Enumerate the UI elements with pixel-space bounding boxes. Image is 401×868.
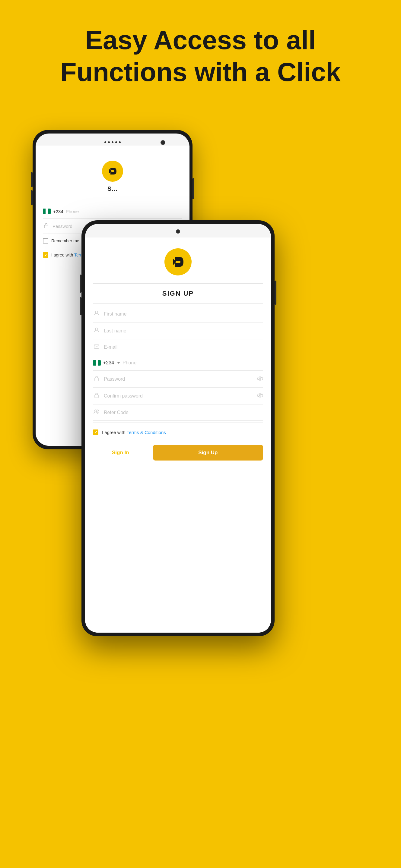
person-icon-firstname xyxy=(93,310,100,317)
agree-checkbox-front[interactable] xyxy=(93,430,98,435)
camera-front xyxy=(176,229,180,234)
people-icon-refer xyxy=(93,409,100,415)
front-screen: SIGN UP First name xyxy=(85,238,271,632)
power-button xyxy=(193,178,194,199)
email-field[interactable]: E-mail xyxy=(93,339,263,355)
svg-rect-2 xyxy=(45,225,48,228)
front-volume-down xyxy=(80,297,82,315)
back-phone-placeholder: Phone xyxy=(66,209,182,214)
phone-field-front[interactable]: +234 Phone xyxy=(93,355,263,371)
header-line1: Easy Access to all xyxy=(85,25,316,55)
back-phone-field[interactable]: +234 Phone xyxy=(43,204,182,218)
header-section: Easy Access to all Functions with a Clic… xyxy=(0,0,401,106)
remember-label: Remember me xyxy=(51,239,79,243)
password-field-front[interactable]: Password xyxy=(93,371,263,388)
confirm-password-field[interactable]: Confirm password xyxy=(93,388,263,404)
first-name-placeholder: First name xyxy=(104,311,263,317)
svg-point-17 xyxy=(97,410,99,411)
speaker-area xyxy=(105,141,121,143)
nigeria-flag-front xyxy=(93,360,101,366)
last-name-field[interactable]: Last name xyxy=(93,322,263,339)
svg-rect-8 xyxy=(95,378,98,381)
person-icon-lastname xyxy=(93,327,100,334)
front-volume-up xyxy=(80,275,82,293)
agree-checkbox-back[interactable] xyxy=(43,252,48,258)
back-agree-prefix: I agree with Terms xyxy=(51,253,86,257)
mail-icon-front xyxy=(93,344,100,350)
refer-code-field[interactable]: Refer Code xyxy=(93,404,263,421)
svg-point-3 xyxy=(170,254,186,270)
svg-point-16 xyxy=(95,410,97,412)
app-logo-front xyxy=(165,248,192,276)
camera-back xyxy=(161,140,165,145)
remember-checkbox[interactable] xyxy=(43,238,48,244)
volume-up-button xyxy=(31,172,33,187)
back-logo-area: S... xyxy=(43,152,182,198)
terms-conditions-link[interactable]: Terms & Conditions xyxy=(127,430,166,435)
country-code-back: +234 xyxy=(53,209,63,214)
front-power-button xyxy=(275,281,277,305)
chevron-down-icon-front[interactable] xyxy=(117,362,120,364)
lock-icon-back xyxy=(43,223,50,229)
lock-icon-confirm xyxy=(93,393,100,399)
lock-icon-password xyxy=(93,375,100,382)
refer-code-placeholder: Refer Code xyxy=(104,410,263,415)
volume-down-button xyxy=(31,190,33,205)
phone-placeholder-front: Phone xyxy=(122,360,263,366)
last-name-placeholder: Last name xyxy=(104,328,263,334)
svg-point-0 xyxy=(107,165,118,177)
first-name-field[interactable]: First name xyxy=(93,306,263,322)
header-line2: Functions with a Click xyxy=(60,57,341,87)
back-signup-title: S... xyxy=(107,185,118,192)
signup-button[interactable]: Sign Up xyxy=(153,445,263,461)
confirm-password-placeholder: Confirm password xyxy=(104,393,254,399)
phones-container: S... +234 Phone xyxy=(0,106,401,769)
front-logo-area xyxy=(93,242,263,280)
eye-icon-confirm[interactable] xyxy=(257,393,263,399)
password-placeholder-front: Password xyxy=(104,376,254,382)
front-agree-text: I agree with Terms & Conditions xyxy=(102,430,166,435)
phone-front: SIGN UP First name xyxy=(82,220,275,636)
action-buttons-row: Sign In Sign Up xyxy=(93,440,263,465)
country-code-front: +234 xyxy=(103,360,114,366)
front-signup-title: SIGN UP xyxy=(162,290,194,297)
eye-icon-password[interactable] xyxy=(257,376,263,382)
front-agree-row[interactable]: I agree with Terms & Conditions xyxy=(93,425,263,440)
nigeria-flag-back xyxy=(43,209,51,214)
svg-rect-12 xyxy=(95,395,98,398)
app-logo-small xyxy=(102,161,123,182)
signin-button[interactable]: Sign In xyxy=(93,450,148,456)
email-placeholder: E-mail xyxy=(104,344,263,350)
